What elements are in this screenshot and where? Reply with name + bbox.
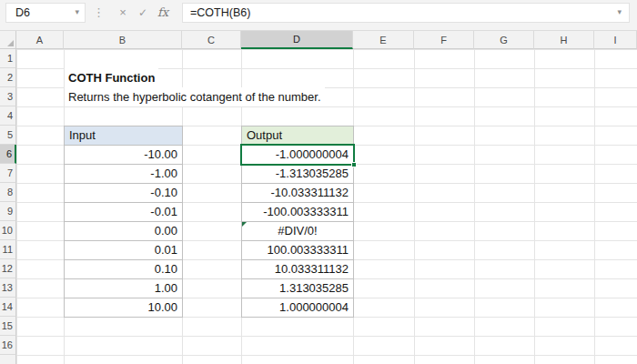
formula-text: =COTH(B6)	[190, 6, 250, 19]
cell-D11[interactable]: 100.003333311	[241, 240, 354, 260]
row-header-12[interactable]: 12	[0, 259, 16, 278]
cell-D8[interactable]: -10.033311132	[241, 183, 354, 203]
column-header-H[interactable]: H	[534, 31, 594, 49]
fill-handle[interactable]	[351, 162, 357, 167]
select-all-button[interactable]	[0, 31, 16, 49]
cell-D13[interactable]: 1.313035285	[241, 278, 354, 298]
cell-B11[interactable]: 0.01	[64, 240, 183, 260]
row-header-3[interactable]: 3	[0, 87, 16, 106]
column-header-E[interactable]: E	[353, 31, 414, 49]
formula-input[interactable]: =COTH(B6) ▾	[182, 3, 630, 23]
column-header-I[interactable]: I	[594, 31, 637, 49]
name-box-dropdown-icon[interactable]: ▾	[75, 8, 79, 16]
gridline	[16, 106, 637, 107]
cell-D7[interactable]: -1.313035285	[241, 164, 354, 184]
spreadsheet-grid[interactable]: ABCDEFGHI12345678910111213141516COTH Fun…	[0, 31, 637, 364]
select-all-icon	[7, 40, 14, 46]
column-header-B[interactable]: B	[64, 31, 182, 49]
column-header-A[interactable]: A	[16, 31, 64, 49]
splitter-dots-icon[interactable]: ⋮	[86, 5, 113, 19]
error-indicator-icon	[242, 222, 247, 227]
cell-B13[interactable]: 1.00	[64, 278, 183, 298]
excel-window: D6 ▾ ⋮ × ✓ fx =COTH(B6) ▾ ABCDEFGHI12345…	[0, 0, 637, 364]
cell-B7[interactable]: -1.00	[64, 164, 183, 184]
row-header-10[interactable]: 10	[0, 221, 16, 240]
row-header-14[interactable]: 14	[0, 298, 16, 317]
gridline	[16, 355, 637, 356]
row-header-15[interactable]: 15	[0, 317, 16, 336]
cell-D10[interactable]: #DIV/0!	[241, 221, 354, 241]
cell-B8[interactable]: -0.10	[64, 183, 183, 203]
column-header-D[interactable]: D	[241, 31, 353, 49]
name-box[interactable]: D6 ▾	[5, 3, 86, 23]
cell-D14[interactable]: 1.000000004	[241, 298, 354, 318]
cell-B3[interactable]: Returns the hyperbolic cotangent of the …	[65, 87, 325, 106]
row-header-2[interactable]: 2	[0, 68, 16, 87]
insert-function-icon[interactable]: fx	[153, 3, 173, 23]
column-header-C[interactable]: C	[182, 31, 241, 49]
row-header-7[interactable]: 7	[0, 164, 16, 183]
row-header-11[interactable]: 11	[0, 240, 16, 259]
row-header-5[interactable]: 5	[0, 126, 16, 145]
row-header-9[interactable]: 9	[0, 202, 16, 221]
name-box-value: D6	[15, 6, 30, 19]
row-header-4[interactable]: 4	[0, 106, 16, 126]
gridline	[16, 49, 637, 50]
column-header-F[interactable]: F	[414, 31, 474, 49]
cell-D9[interactable]: -100.003333311	[241, 202, 354, 222]
cell-B14[interactable]: 10.00	[64, 298, 183, 318]
cell-B6[interactable]: -10.00	[64, 145, 183, 165]
row-header-1[interactable]: 1	[0, 49, 16, 68]
formula-bar: D6 ▾ ⋮ × ✓ fx =COTH(B6) ▾	[0, 0, 637, 31]
cell-B2[interactable]: COTH Function	[65, 68, 158, 87]
cell-B10[interactable]: 0.00	[64, 221, 183, 241]
formula-bar-expand-icon[interactable]: ▾	[617, 8, 622, 16]
cell-B9[interactable]: -0.01	[64, 202, 183, 222]
cell-B5[interactable]: Input	[64, 126, 183, 146]
row-header-6[interactable]: 6	[0, 145, 16, 164]
cell-D6[interactable]: -1.000000004	[241, 145, 354, 165]
row-header-13[interactable]: 13	[0, 278, 16, 298]
cancel-icon[interactable]: ×	[113, 3, 133, 23]
cell-D5[interactable]: Output	[241, 126, 354, 146]
row-header-8[interactable]: 8	[0, 183, 16, 202]
cell-B12[interactable]: 0.10	[64, 259, 183, 279]
row-header-16[interactable]: 16	[0, 336, 16, 355]
cell-D12[interactable]: 10.033311132	[241, 259, 354, 279]
gridline	[16, 336, 637, 337]
column-header-G[interactable]: G	[474, 31, 534, 49]
enter-icon[interactable]: ✓	[133, 3, 153, 23]
